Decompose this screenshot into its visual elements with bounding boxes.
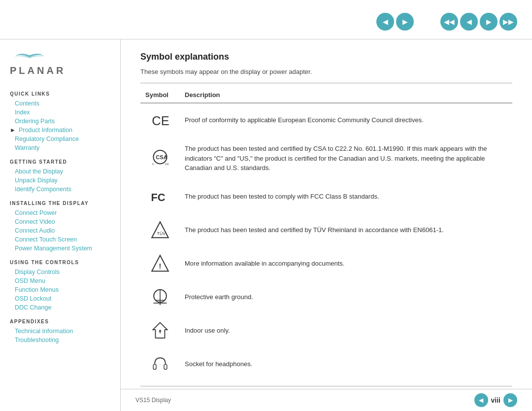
ce-icon: CE: [150, 110, 170, 130]
appendixes-title: APPENDIXES: [10, 319, 113, 324]
sidebar-link-unpack[interactable]: Unpack Display: [10, 176, 113, 185]
bottom-prev-button[interactable]: ◀: [474, 393, 488, 407]
earth-icon: [150, 287, 170, 307]
sidebar-link-ddc-change[interactable]: DDC Change: [10, 303, 113, 312]
sidebar-link-ordering-parts[interactable]: Ordering Parts: [10, 117, 113, 126]
svg-text:FC: FC: [151, 191, 165, 203]
col-description-header: Description: [180, 88, 512, 103]
sidebar-link-warranty[interactable]: Warranty: [10, 143, 113, 152]
symbol-warning: !: [140, 247, 180, 280]
fcc-icon: FC: [150, 187, 170, 206]
logo-brand: PLANAR: [10, 65, 66, 76]
sidebar-link-connect-touch[interactable]: Connect Touch Screen: [10, 235, 113, 244]
content-area: Symbol explanations These symbols may ap…: [121, 39, 532, 389]
logo-icon: [10, 49, 49, 64]
nav-first-button[interactable]: ◀◀: [440, 13, 458, 31]
table-row: Socket for headphones.: [140, 347, 512, 381]
top-bar: ◀ ▶ ◀◀ ◀ ▶ ▶▶: [0, 0, 532, 39]
svg-text:CE: CE: [152, 114, 169, 128]
csa-icon: CSA C US: [150, 148, 170, 168]
divider-bottom: [140, 386, 512, 386]
symbol-indoor-desc: Indoor use only.: [180, 314, 512, 347]
symbol-earth-desc: Protective earth ground.: [180, 280, 512, 314]
sidebar-link-product-information[interactable]: ► Product Information: [10, 126, 113, 135]
sidebar-link-connect-audio[interactable]: Connect Audio: [10, 226, 113, 235]
symbol-headphone-desc: Socket for headphones.: [180, 347, 512, 381]
sidebar-link-connect-video[interactable]: Connect Video: [10, 217, 113, 226]
main-layout: PLANAR QUICK LINKS Contents Index Orderi…: [0, 39, 532, 411]
svg-rect-20: [164, 364, 167, 369]
symbol-indoor: [140, 314, 180, 347]
svg-text:!: !: [159, 262, 162, 270]
warning-icon: !: [150, 254, 170, 274]
sidebar-link-technical[interactable]: Technical Information: [10, 327, 113, 336]
table-row: ! More information available in accompan…: [140, 247, 512, 280]
svg-marker-17: [159, 329, 162, 331]
nav-next-button[interactable]: ▶: [396, 13, 414, 31]
nav-last-button[interactable]: ▶▶: [499, 13, 517, 31]
getting-started-title: GETTING STARTED: [10, 159, 113, 165]
headphone-icon: [150, 354, 170, 374]
symbol-tuv: TÜV: [140, 213, 180, 247]
tuv-icon: TÜV: [150, 220, 170, 240]
sidebar-link-troubleshooting[interactable]: Troubleshooting: [10, 336, 113, 344]
sidebar-link-regulatory[interactable]: Regulatory Compliance: [10, 135, 113, 143]
table-header: Symbol Description: [140, 88, 512, 103]
sidebar-link-osd-lockout[interactable]: OSD Lockout: [10, 294, 113, 303]
table-row: CE Proof of conformity to applicable Eur…: [140, 103, 512, 137]
sidebar-link-display-controls[interactable]: Display Controls: [10, 268, 113, 276]
symbol-csa: CSA C US: [140, 137, 180, 180]
sidebar-link-identify[interactable]: Identify Components: [10, 185, 113, 194]
page-title: Symbol explanations: [140, 52, 512, 62]
sidebar-link-contents[interactable]: Contents: [10, 99, 113, 108]
sidebar: PLANAR QUICK LINKS Contents Index Orderi…: [0, 39, 121, 411]
bottom-nav: ◀ viii ▶: [474, 393, 517, 407]
indoor-icon: [150, 321, 170, 341]
symbol-earth: [140, 280, 180, 314]
table-row: TÜV The product has been tested and cert…: [140, 213, 512, 247]
nav-prev2-button[interactable]: ◀: [460, 13, 478, 31]
symbol-headphone: [140, 347, 180, 381]
col-symbol-header: Symbol: [140, 88, 180, 103]
symbol-fcc-desc: The product has been tested to comply wi…: [180, 180, 512, 213]
symbol-ce-desc: Proof of conformity to applicable Europe…: [180, 103, 512, 137]
current-arrow-icon: ►: [10, 127, 16, 134]
top-nav-buttons: ◀ ▶ ◀◀ ◀ ▶ ▶▶: [376, 13, 517, 31]
sidebar-link-function-menus[interactable]: Function Menus: [10, 285, 113, 294]
page-number: viii: [491, 396, 500, 404]
nav-group-1: ◀ ▶: [376, 13, 414, 31]
symbol-tuv-desc: The product has been tested and certifie…: [180, 213, 512, 247]
page-subtitle: These symbols may appear on the display …: [140, 68, 512, 75]
sidebar-link-about-display[interactable]: About the Display: [10, 167, 113, 176]
bottom-next-button[interactable]: ▶: [503, 393, 517, 407]
sidebar-link-power-mgmt[interactable]: Power Management System: [10, 244, 113, 253]
bottom-bar: VS15 Display ◀ viii ▶: [121, 389, 532, 411]
symbol-table: Symbol Description CE Proof of conformit…: [140, 88, 512, 381]
table-row: Indoor use only.: [140, 314, 512, 347]
symbol-warning-desc: More information available in accompanyi…: [180, 247, 512, 280]
nav-group-2: ◀◀ ◀ ▶ ▶▶: [440, 13, 517, 31]
nav-prev-button[interactable]: ◀: [376, 13, 394, 31]
table-row: Protective earth ground.: [140, 280, 512, 314]
svg-text:US: US: [165, 163, 169, 166]
sidebar-link-osd-menu[interactable]: OSD Menu: [10, 276, 113, 285]
controls-title: USING THE CONTROLS: [10, 260, 113, 265]
symbol-ce: CE: [140, 103, 180, 137]
svg-text:C: C: [152, 163, 154, 166]
table-row: CSA C US The product has been tested and…: [140, 137, 512, 180]
symbol-csa-desc: The product has been tested and certifie…: [180, 137, 512, 180]
divider-top: [140, 83, 512, 83]
svg-text:TÜV: TÜV: [157, 231, 166, 236]
sidebar-link-connect-power[interactable]: Connect Power: [10, 208, 113, 217]
quick-links-title: QUICK LINKS: [10, 91, 113, 97]
installing-title: INSTALLING THE DISPLAY: [10, 201, 113, 206]
sidebar-link-index[interactable]: Index: [10, 108, 113, 117]
logo-area: PLANAR: [10, 49, 113, 81]
symbol-fcc: FC: [140, 180, 180, 213]
svg-text:CSA: CSA: [156, 155, 167, 161]
svg-rect-19: [153, 364, 156, 369]
table-row: FC The product has been tested to comply…: [140, 180, 512, 213]
nav-next2-button[interactable]: ▶: [480, 13, 498, 31]
product-label: VS15 Display: [135, 397, 171, 404]
